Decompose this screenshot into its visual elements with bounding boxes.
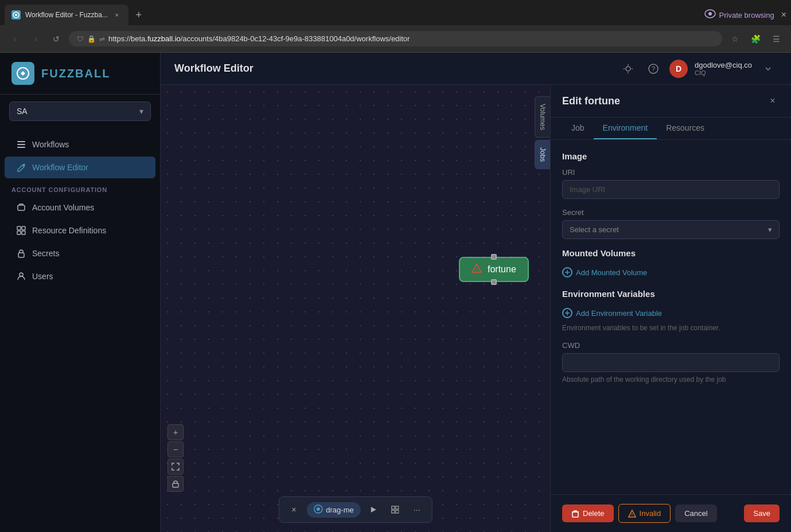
grid-button[interactable]	[386, 500, 404, 519]
mounted-volumes-title: Mounted Volumes	[562, 248, 780, 258]
sidebar-item-label-editor: Workflow Editor	[32, 163, 88, 172]
node-handle-top[interactable]	[491, 254, 497, 260]
svg-point-25	[316, 507, 319, 511]
volumes-side-tab[interactable]: Volumes	[535, 96, 550, 138]
add-env-var-label: Add Environment Variable	[576, 309, 662, 318]
user-menu-button[interactable]	[759, 60, 777, 78]
sidebar-item-label-secrets: Secrets	[32, 249, 59, 258]
tab-close-button[interactable]: ×	[112, 10, 122, 19]
warning-icon: !	[628, 510, 636, 518]
sidebar-nav: Workflows Workflow Editor ACCOUNT CONFIG…	[0, 128, 160, 293]
add-mounted-volume-label: Add Mounted Volume	[576, 268, 647, 277]
uri-input[interactable]	[562, 180, 780, 199]
secret-select[interactable]: Select a secret ▾	[562, 220, 780, 239]
svg-point-3	[708, 12, 712, 15]
node-name-label: fortune	[488, 264, 516, 275]
invalid-button[interactable]: ! Invalid	[618, 504, 671, 523]
users-icon	[16, 271, 26, 281]
browser-close-button[interactable]: ×	[781, 10, 786, 20]
env-vars-group: Environment Variables Add Environment Va…	[562, 289, 780, 332]
jobs-side-tab[interactable]: Jobs	[535, 140, 550, 169]
sidebar-logo: FUZZBALL	[0, 53, 160, 95]
zoom-out-button[interactable]: −	[167, 441, 184, 457]
svg-point-15	[626, 66, 630, 71]
logo-text: FUZZBALL	[41, 67, 110, 80]
sidebar-item-users[interactable]: Users	[5, 265, 155, 287]
tab-resources[interactable]: Resources	[657, 118, 714, 139]
svg-rect-12	[22, 231, 25, 234]
add-mounted-volume-button[interactable]: Add Mounted Volume	[562, 265, 780, 280]
menu-button[interactable]: ☰	[768, 31, 784, 47]
sidebar-item-label-volumes: Account Volumes	[32, 203, 94, 212]
svg-point-1	[15, 14, 17, 16]
theme-toggle-button[interactable]	[619, 60, 637, 78]
browser-tab[interactable]: Workflow Editor - Fuzzba... ×	[5, 5, 128, 25]
private-browsing-icon	[704, 9, 716, 21]
sidebar-item-resource-definitions[interactable]: Resource Definitions	[5, 220, 155, 241]
lock-icon: 🔒	[87, 35, 96, 43]
add-env-var-button[interactable]: Add Environment Variable	[562, 306, 780, 320]
new-tab-button[interactable]: +	[131, 7, 147, 23]
delete-icon	[571, 510, 579, 518]
user-info: dgodlove@ciq.co CIQ	[695, 61, 752, 76]
secret-select-placeholder: Select a secret	[570, 225, 619, 234]
drag-me-pill[interactable]: drag-me	[306, 502, 360, 518]
cwd-input[interactable]	[562, 353, 780, 372]
play-button[interactable]	[364, 500, 383, 519]
sidebar-item-workflow-editor[interactable]: Workflow Editor	[5, 157, 155, 178]
cwd-field-group: CWD Absolute path of the working directo…	[562, 341, 780, 384]
cancel-button[interactable]: Cancel	[675, 504, 716, 522]
uri-field-group: URI	[562, 168, 780, 199]
extension-button[interactable]: 🧩	[747, 31, 763, 47]
workflow-editor-icon	[16, 162, 26, 173]
zoom-in-button[interactable]: +	[167, 424, 184, 440]
node-warning-icon: !	[472, 264, 482, 275]
node-body[interactable]: ! fortune	[459, 257, 529, 282]
fit-view-button[interactable]	[167, 459, 184, 475]
reload-button[interactable]: ↺	[48, 31, 64, 47]
uri-label: URI	[562, 168, 780, 177]
canvas-controls: + −	[167, 424, 184, 492]
delete-button[interactable]: Delete	[562, 504, 614, 522]
forward-button[interactable]: ›	[28, 31, 44, 47]
svg-rect-23	[173, 483, 178, 487]
node-handle-bottom[interactable]	[491, 279, 497, 285]
shield-icon: 🛡	[77, 35, 84, 43]
avatar: D	[669, 60, 688, 78]
sidebar-item-account-volumes[interactable]: Account Volumes	[5, 197, 155, 218]
tab-environment[interactable]: Environment	[594, 118, 657, 139]
save-button[interactable]: Save	[744, 504, 780, 522]
secret-field-group: Secret Select a secret ▾	[562, 208, 780, 239]
edit-panel-close-button[interactable]: ×	[766, 94, 780, 108]
save-label: Save	[753, 509, 770, 518]
workspace-chevron-icon: ▾	[139, 107, 143, 116]
bookmark-button[interactable]: ☆	[727, 31, 743, 47]
sidebar-item-secrets[interactable]: Secrets	[5, 242, 155, 264]
workflow-canvas[interactable]: Volumes Jobs ! fortune +	[161, 85, 550, 532]
delete-label: Delete	[583, 509, 605, 518]
user-email: dgodlove@ciq.co	[695, 61, 752, 69]
workspace-name: SA	[17, 107, 28, 116]
lock-canvas-button[interactable]	[167, 476, 184, 492]
close-flow-button[interactable]: ×	[285, 500, 303, 519]
drag-me-icon	[313, 504, 322, 515]
svg-rect-28	[392, 510, 395, 513]
secret-label: Secret	[562, 208, 780, 217]
back-button[interactable]: ‹	[7, 31, 23, 47]
cwd-label: CWD	[562, 341, 780, 350]
svg-text:!: !	[476, 267, 478, 272]
more-options-button[interactable]: ···	[408, 500, 426, 519]
tab-job[interactable]: Job	[562, 118, 594, 139]
url-text: https://beta.fuzzball.io/accounts/4ba982…	[108, 34, 410, 43]
help-button[interactable]: ?	[644, 60, 663, 78]
logo-icon	[11, 62, 34, 85]
workflow-node-fortune[interactable]: ! fortune	[459, 257, 529, 282]
tab-title: Workflow Editor - Fuzzba...	[25, 11, 108, 19]
workflows-icon	[16, 139, 26, 150]
sidebar-item-workflows[interactable]: Workflows	[5, 134, 155, 155]
svg-rect-8	[18, 205, 25, 210]
address-bar[interactable]: 🛡 🔒 ⇌ https://beta.fuzzball.io/accounts/…	[69, 31, 722, 46]
workspace-selector[interactable]: SA ▾	[9, 101, 151, 121]
tracking-icon: ⇌	[99, 35, 105, 43]
private-browsing-label: Private browsing	[719, 11, 774, 19]
